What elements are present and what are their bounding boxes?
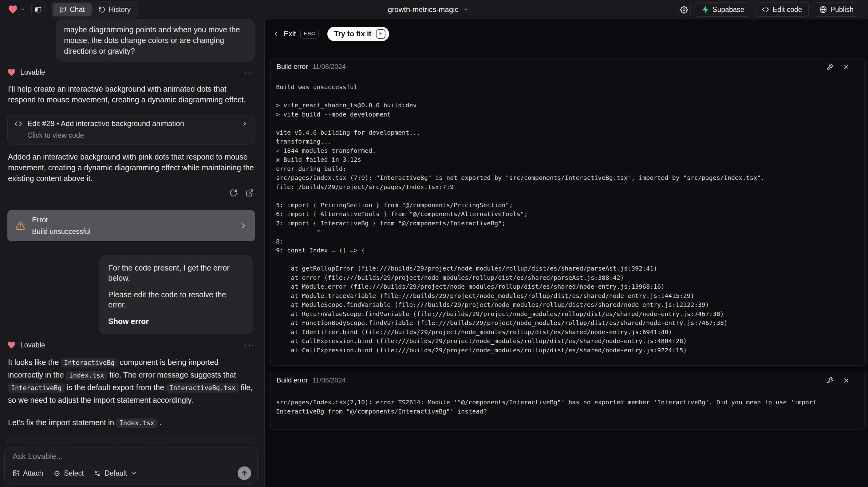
assistant-name: Lovable: [20, 341, 45, 349]
error-panel-body[interactable]: src/pages/Index.tsx(7,10): error TS2614:…: [271, 389, 865, 429]
edit-card-subtitle: Click to view code: [27, 131, 248, 140]
supabase-label: Supabase: [712, 5, 744, 14]
message-more-button[interactable]: ···: [244, 342, 255, 348]
chevron-right-icon: [241, 120, 248, 127]
lovable-avatar: [7, 341, 16, 349]
close-icon: [843, 63, 850, 70]
chat-history-tab-group: Chat History: [51, 2, 139, 18]
error-panel-header: Build error 11/08/2024: [271, 372, 865, 389]
select-label: Select: [64, 469, 84, 478]
error-fix-overlay: Exit ESC Try to fix it F Build error 11/…: [264, 19, 868, 487]
chevron-down-icon: [130, 470, 137, 477]
chat-message-list[interactable]: maybe diagramming points and when you mo…: [0, 19, 264, 444]
edit-code-button[interactable]: Edit code: [755, 2, 809, 17]
restore-button[interactable]: [229, 189, 238, 197]
workspace-chevron-down-icon[interactable]: [20, 7, 25, 12]
error-card-subtitle: Build unsuccessful: [32, 227, 91, 236]
project-name: growth-metrics-magic: [388, 5, 458, 14]
attach-label: Attach: [23, 469, 43, 478]
assistant-text: I'll help create an interactive backgrou…: [8, 84, 254, 105]
close-error-button[interactable]: [843, 377, 850, 384]
sliders-icon: [94, 470, 101, 477]
composer-toolbar: Attach Select: [12, 466, 251, 480]
close-error-button[interactable]: [843, 63, 850, 70]
lovable-app: Chat History growth-metrics-magic: [0, 0, 868, 487]
edit-card-title: Edit #29 • Fix import error for Interact…: [27, 442, 167, 444]
supabase-button[interactable]: Supabase: [695, 2, 751, 17]
code-icon: [762, 6, 769, 13]
sidebar-toggle-button[interactable]: [31, 3, 45, 16]
globe-icon: [819, 6, 827, 13]
message-more-button[interactable]: ···: [244, 69, 255, 75]
fix-toolbar: Exit ESC Try to fix it F: [265, 19, 868, 41]
chat-bubble-icon: [59, 6, 66, 13]
error-card-title: Error: [32, 215, 91, 224]
composer: Attach Select: [4, 446, 257, 485]
send-button[interactable]: [238, 466, 251, 480]
error-panel-date: 11/08/2024: [312, 376, 345, 384]
esc-key-badge: ESC: [300, 29, 319, 39]
user-message: maybe diagramming points and when you mo…: [56, 19, 255, 62]
ellipsis-icon: ···: [244, 341, 255, 350]
publish-button[interactable]: Publish: [813, 2, 860, 17]
external-link-icon: [246, 189, 254, 197]
build-log: Build was unsuccessful > vite_react_shad…: [276, 83, 860, 355]
edit-29-card[interactable]: Edit #29 • Fix import error for Interact…: [7, 436, 255, 444]
tab-history-label: History: [109, 5, 131, 14]
crosshair-icon: [54, 470, 61, 477]
topbar: Chat History growth-metrics-magic: [0, 0, 868, 19]
error-panel-date: 11/08/2024: [312, 63, 345, 71]
lovable-logo-icon[interactable]: [8, 5, 18, 14]
tab-chat[interactable]: Chat: [53, 3, 92, 16]
tab-history[interactable]: History: [92, 3, 138, 16]
try-to-fix-label: Try to fix it: [334, 30, 371, 38]
try-to-fix-button[interactable]: Try to fix it F: [327, 27, 389, 41]
project-chevron-down-icon: [463, 7, 469, 12]
exit-button[interactable]: Exit: [273, 30, 296, 38]
build-error-card[interactable]: Error Build unsuccessful: [7, 210, 255, 241]
inline-code: InteractiveBg: [61, 358, 117, 367]
assistant-text: It looks like the InteractiveBg componen…: [8, 356, 254, 406]
assistant-text: Added an interactive background with pin…: [8, 152, 254, 184]
inline-code: InteractiveBg: [8, 384, 65, 393]
mode-label: Default: [104, 469, 127, 478]
assistant-text: Let's fix the import statement in Index.…: [8, 417, 254, 429]
chat-input[interactable]: [12, 452, 251, 465]
mode-dropdown[interactable]: Default: [94, 469, 137, 478]
warning-triangle-icon: [16, 221, 25, 231]
inline-code: Index.tsx: [116, 419, 157, 428]
publish-label: Publish: [831, 5, 854, 14]
rotate-icon: [229, 189, 238, 197]
chevron-right-icon: [240, 222, 247, 230]
error-panel-body[interactable]: Build was unsuccessful > vite_react_shad…: [271, 75, 865, 365]
lovable-avatar: [7, 68, 16, 77]
history-icon: [98, 6, 105, 13]
inline-code: Index.tsx: [66, 371, 107, 380]
close-icon: [843, 377, 850, 384]
user-message-line: For the code present, I get the error be…: [108, 263, 243, 283]
ellipsis-icon: ···: [244, 68, 255, 77]
f-key-badge: F: [376, 29, 385, 39]
fix-error-button[interactable]: [827, 377, 834, 384]
image-plus-icon: [12, 470, 20, 477]
open-preview-button[interactable]: [246, 189, 254, 197]
select-element-button[interactable]: Select: [54, 469, 84, 478]
project-switcher[interactable]: growth-metrics-magic: [388, 5, 469, 14]
wrench-icon: [827, 63, 834, 70]
gear-icon: [680, 6, 688, 13]
edit-28-card[interactable]: Edit #28 • Add interactive background an…: [7, 114, 255, 145]
chat-panel: maybe diagramming points and when you mo…: [0, 19, 264, 487]
error-panels: Build error 11/08/2024: [270, 58, 866, 430]
user-message-line: Please edit the code to resolve the erro…: [108, 290, 243, 310]
inline-code: InteractiveBg.tsx: [166, 384, 239, 393]
assistant-message-header: Lovable ···: [7, 341, 255, 349]
attach-button[interactable]: Attach: [12, 469, 43, 478]
edit-card-title: Edit #28 • Add interactive background an…: [27, 119, 184, 128]
error-panel-header: Build error 11/08/2024: [271, 58, 865, 75]
fix-error-button[interactable]: [827, 63, 834, 70]
build-log: src/pages/Index.tsx(7,10): error TS2614:…: [276, 398, 860, 416]
arrow-up-icon: [241, 469, 248, 477]
settings-button[interactable]: [677, 3, 691, 16]
error-panel-title: Build error: [277, 376, 308, 384]
show-error-link[interactable]: Show error: [108, 316, 243, 327]
